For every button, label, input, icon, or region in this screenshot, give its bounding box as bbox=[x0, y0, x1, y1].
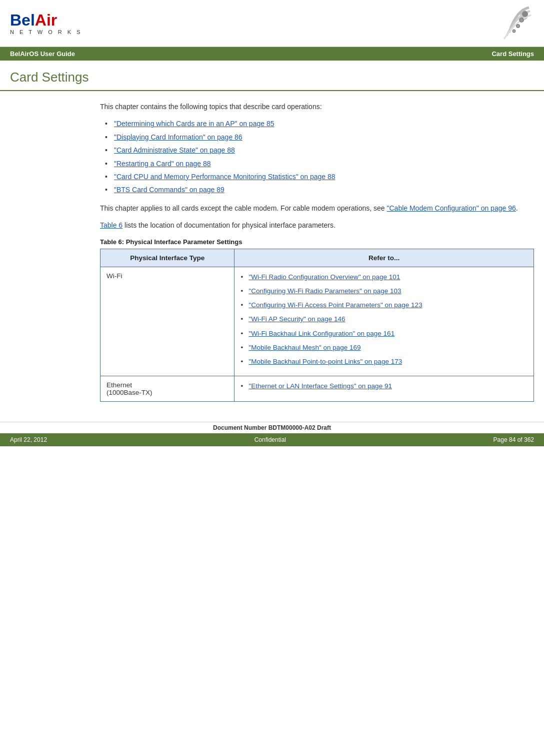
nav-bar-right: Card Settings bbox=[492, 50, 534, 58]
link-cable-modem-config[interactable]: "Cable Modem Configuration" on page 96 bbox=[387, 204, 516, 212]
list-item: "Wi-Fi Backhaul Link Configuration" on p… bbox=[240, 329, 528, 339]
link-restarting-card[interactable]: "Restarting a Card" on page 88 bbox=[114, 160, 211, 168]
list-item: "Card Administrative State" on page 88 bbox=[105, 145, 534, 156]
cell-ethernet-links: "Ethernet or LAN Interface Settings" on … bbox=[234, 376, 534, 402]
footer-center: Confidential bbox=[47, 436, 494, 443]
link-table6[interactable]: Table 6 bbox=[100, 221, 122, 229]
cell-ethernet-type: Ethernet(1000Base-TX) bbox=[100, 376, 234, 402]
list-item: "Card CPU and Memory Performance Monitor… bbox=[105, 171, 534, 182]
logo-air: Air bbox=[35, 11, 57, 29]
link-wifi-radio-overview[interactable]: "Wi-Fi Radio Configuration Overview" on … bbox=[248, 273, 400, 281]
link-configuring-wifi-radio[interactable]: "Configuring Wi-Fi Radio Parameters" on … bbox=[248, 287, 401, 295]
logo-text: BelAir bbox=[10, 12, 82, 28]
list-item: "Determining which Cards are in an AP" o… bbox=[105, 118, 534, 129]
list-item: "Restarting a Card" on page 88 bbox=[105, 158, 534, 169]
list-item: "Configuring Wi-Fi Radio Parameters" on … bbox=[240, 286, 528, 296]
list-item: "Wi-Fi Radio Configuration Overview" on … bbox=[240, 272, 528, 282]
para-applies: This chapter applies to all cards except… bbox=[100, 203, 534, 214]
link-determining-cards[interactable]: "Determining which Cards are in an AP" o… bbox=[114, 120, 274, 128]
nav-bar-left: BelAirOS User Guide bbox=[10, 50, 75, 58]
link-wifi-ap-security[interactable]: "Wi-Fi AP Security" on page 146 bbox=[248, 315, 345, 323]
link-mobile-backhaul-mesh[interactable]: "Mobile Backhaul Mesh" on page 169 bbox=[248, 344, 360, 351]
link-mobile-backhaul-point[interactable]: "Mobile Backhaul Point-to-point Links" o… bbox=[248, 358, 402, 365]
list-item: "BTS Card Commands" on page 89 bbox=[105, 184, 534, 195]
link-wifi-backhaul-link[interactable]: "Wi-Fi Backhaul Link Configuration" on p… bbox=[248, 330, 394, 337]
list-item: "Configuring Wi-Fi Access Point Paramete… bbox=[240, 300, 528, 310]
header-right-logo bbox=[494, 5, 534, 42]
table-caption: Table 6: Physical Interface Parameter Se… bbox=[100, 238, 534, 246]
logo-bel: Bel bbox=[10, 11, 35, 29]
param-table: Physical Interface Type Refer to... Wi-F… bbox=[100, 249, 534, 402]
table-row: Wi-Fi "Wi-Fi Radio Configuration Overvie… bbox=[100, 267, 534, 376]
svg-point-4 bbox=[513, 30, 516, 33]
footer-doc-number: Document Number BDTM00000-A02 Draft bbox=[213, 424, 331, 431]
intro-text: This chapter contains the following topi… bbox=[100, 101, 534, 112]
footer-bar: April 22, 2012 Confidential Page 84 of 3… bbox=[0, 433, 544, 446]
logo-networks: N E T W O R K S bbox=[10, 29, 82, 35]
link-configuring-wifi-ap[interactable]: "Configuring Wi-Fi Access Point Paramete… bbox=[248, 301, 422, 309]
list-item: "Displaying Card Information" on page 86 bbox=[105, 132, 534, 143]
link-bts-card-commands[interactable]: "BTS Card Commands" on page 89 bbox=[114, 186, 224, 194]
list-item: "Ethernet or LAN Interface Settings" on … bbox=[240, 381, 528, 391]
nav-bar: BelAirOS User Guide Card Settings bbox=[0, 47, 544, 61]
link-displaying-card-info[interactable]: "Displaying Card Information" on page 86 bbox=[114, 133, 242, 141]
page-title-area: Card Settings bbox=[0, 61, 544, 91]
footer-doc: Document Number BDTM00000-A02 Draft bbox=[0, 422, 544, 433]
table-row: Ethernet(1000Base-TX) "Ethernet or LAN I… bbox=[100, 376, 534, 402]
main-content: This chapter contains the following topi… bbox=[0, 91, 544, 422]
list-item: "Wi-Fi AP Security" on page 146 bbox=[240, 314, 528, 324]
page-title: Card Settings bbox=[10, 70, 534, 85]
footer-left: April 22, 2012 bbox=[10, 436, 47, 443]
cell-wifi-links: "Wi-Fi Radio Configuration Overview" on … bbox=[234, 267, 534, 376]
svg-point-1 bbox=[522, 12, 528, 17]
bullet-list: "Determining which Cards are in an AP" o… bbox=[105, 118, 534, 195]
logo-area: BelAir N E T W O R K S bbox=[10, 12, 82, 35]
svg-point-2 bbox=[520, 18, 524, 22]
table-ref-text: Table 6 lists the location of documentat… bbox=[100, 220, 534, 231]
svg-point-3 bbox=[516, 25, 520, 28]
logo-block: BelAir N E T W O R K S bbox=[10, 12, 82, 35]
col-header-interface-type: Physical Interface Type bbox=[100, 249, 234, 267]
col-header-refer-to: Refer to... bbox=[234, 249, 534, 267]
table-header-row: Physical Interface Type Refer to... bbox=[100, 249, 534, 267]
link-card-admin-state[interactable]: "Card Administrative State" on page 88 bbox=[114, 146, 235, 154]
cell-wifi-type: Wi-Fi bbox=[100, 267, 234, 376]
footer-right: Page 84 of 362 bbox=[494, 436, 534, 443]
top-header: BelAir N E T W O R K S bbox=[0, 0, 544, 47]
list-item: "Mobile Backhaul Mesh" on page 169 bbox=[240, 343, 528, 353]
list-item: "Mobile Backhaul Point-to-point Links" o… bbox=[240, 357, 528, 367]
link-ethernet-lan-settings[interactable]: "Ethernet or LAN Interface Settings" on … bbox=[248, 382, 392, 390]
link-card-cpu-memory[interactable]: "Card CPU and Memory Performance Monitor… bbox=[114, 173, 336, 181]
